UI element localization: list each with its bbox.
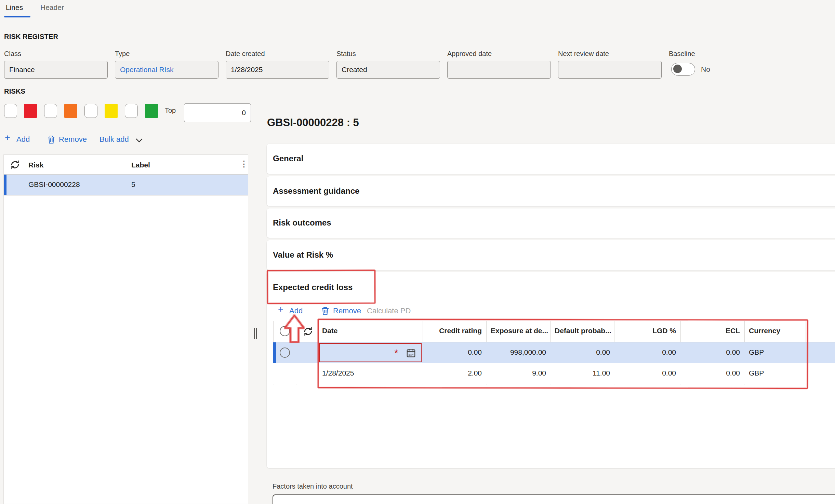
date-created-label: Date created: [226, 50, 265, 58]
calculate-pd-button[interactable]: Calculate PD: [367, 307, 411, 315]
chevron-down-icon: [135, 138, 143, 143]
page-title: GBSI-00000228 : 5: [267, 117, 359, 129]
splitter-grip-icon: [254, 328, 255, 339]
trash-icon: [321, 306, 330, 316]
approved-date-label: Approved date: [447, 50, 492, 58]
next-review-date-field[interactable]: [558, 61, 662, 79]
top-count-input[interactable]: 0: [184, 103, 251, 122]
annotation-box-ecl-header: [267, 270, 375, 304]
panel-splitter[interactable]: [252, 154, 267, 504]
ecl-remove-button[interactable]: Remove: [333, 307, 361, 315]
risk-register-heading: RISK REGISTER: [4, 33, 58, 41]
baseline-label: Baseline: [669, 50, 695, 58]
row-selection-bar: [273, 342, 276, 363]
approved-date-field[interactable]: [447, 61, 551, 79]
remove-risk-button[interactable]: Remove: [59, 135, 87, 144]
section-assessment-guidance-label: Assessment guidance: [273, 186, 359, 196]
column-header-label[interactable]: Label: [131, 161, 150, 169]
annotation-arrow-up-icon: [284, 314, 305, 343]
risk-color-checkbox-green[interactable]: [125, 104, 138, 118]
section-risk-outcomes-label: Risk outcomes: [273, 218, 331, 228]
tab-lines[interactable]: Lines: [6, 3, 23, 12]
grid-options-icon[interactable]: ⋮: [240, 160, 248, 168]
risks-grid: Risk Label ⋮ GBSI-00000228 5: [3, 154, 248, 504]
annotation-box-ecl-grid: [318, 319, 808, 389]
row-selector-radio[interactable]: [280, 348, 290, 358]
label-cell[interactable]: 5: [131, 180, 135, 189]
risk-register-page: Lines Header RISK REGISTER Class Finance…: [0, 0, 835, 504]
risk-cell[interactable]: GBSI-00000228: [28, 180, 80, 189]
date-created-value: 1/28/2025: [231, 66, 263, 74]
add-risk-button[interactable]: Add: [16, 135, 30, 144]
table-row[interactable]: GBSI-00000228 5: [4, 175, 248, 195]
section-value-at-risk[interactable]: Value at Risk %: [267, 240, 835, 270]
top-count-value: 0: [242, 109, 246, 117]
splitter-grip-icon: [256, 328, 257, 339]
date-created-field[interactable]: 1/28/2025: [226, 61, 329, 79]
status-field[interactable]: Created: [336, 61, 440, 79]
risk-color-swatch-yellow: [105, 104, 118, 118]
type-value-link[interactable]: Operational RIsk: [120, 66, 173, 74]
section-general[interactable]: General: [267, 144, 835, 174]
section-risk-outcomes[interactable]: Risk outcomes: [267, 208, 835, 238]
trash-icon: [47, 135, 56, 144]
row-divider: [4, 195, 248, 195]
tab-header[interactable]: Header: [40, 3, 64, 12]
factors-label: Factors taken into account: [273, 482, 353, 490]
status-value: Created: [342, 66, 367, 74]
status-label: Status: [336, 50, 356, 58]
column-header-risk[interactable]: Risk: [28, 161, 43, 169]
risk-color-swatch-orange: [64, 104, 77, 118]
next-review-date-label: Next review date: [558, 50, 609, 58]
bulk-add-button[interactable]: Bulk add: [100, 135, 129, 144]
baseline-toggle-knob: [673, 65, 682, 73]
section-value-at-risk-label: Value at Risk %: [273, 250, 333, 260]
type-field[interactable]: Operational RIsk: [115, 61, 218, 79]
factors-input[interactable]: [273, 494, 835, 504]
refresh-icon[interactable]: [9, 159, 21, 171]
risk-color-swatch-red: [24, 104, 37, 118]
plus-icon: +: [278, 305, 283, 313]
type-label: Type: [115, 50, 130, 58]
risk-color-checkbox-orange[interactable]: [44, 104, 57, 118]
baseline-toggle[interactable]: [671, 63, 695, 76]
risk-color-checkbox-red[interactable]: [4, 104, 17, 118]
plus-icon: +: [5, 134, 10, 141]
row-selection-bar: [4, 175, 6, 195]
tab-lines-active-underline: [4, 16, 30, 17]
baseline-state-text: No: [701, 65, 710, 73]
class-field[interactable]: Finance: [4, 61, 108, 79]
risk-color-swatch-green: [145, 104, 158, 118]
class-label: Class: [4, 50, 21, 58]
risk-color-checkbox-yellow[interactable]: [84, 104, 97, 118]
section-assessment-guidance[interactable]: Assessment guidance: [267, 176, 835, 206]
section-general-label: General: [273, 154, 303, 163]
top-label: Top: [165, 107, 176, 114]
risks-heading: RISKS: [4, 87, 25, 95]
class-value: Finance: [9, 66, 35, 74]
